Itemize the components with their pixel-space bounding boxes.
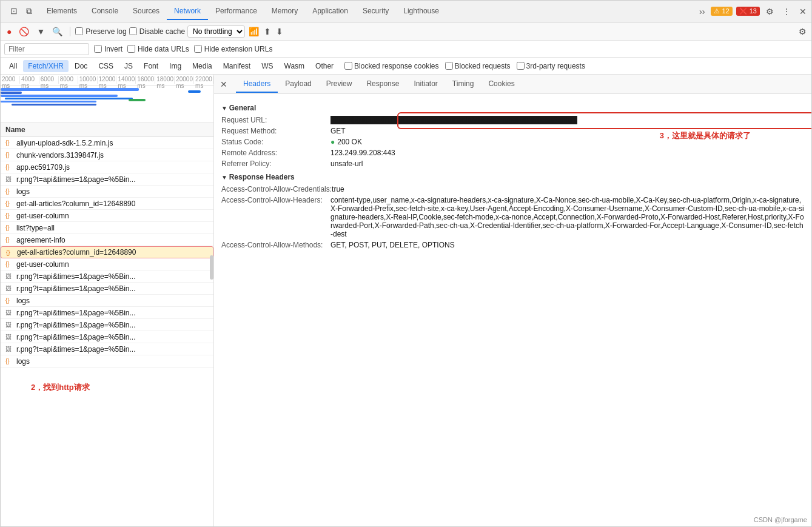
list-item[interactable]: 🖼r.png?t=api&times=1&page=%5Bin... bbox=[1, 270, 213, 283]
throttle-select[interactable]: No throttling bbox=[187, 25, 245, 38]
tab-elements[interactable]: Elements bbox=[39, 3, 84, 20]
blocked-cookies-check[interactable]: Blocked response cookies bbox=[344, 62, 438, 70]
tab-console[interactable]: Console bbox=[84, 3, 126, 20]
res-tab-manifest[interactable]: Manifest bbox=[218, 60, 255, 72]
hide-data-urls-checkbox[interactable]: Hide data URLs bbox=[127, 45, 189, 53]
tab-payload[interactable]: Payload bbox=[278, 76, 318, 93]
name-list[interactable]: {}aliyun-upload-sdk-1.5.2.min.js{}chunk-… bbox=[1, 137, 213, 526]
list-item[interactable]: {}app.ec591709.js bbox=[1, 161, 213, 173]
res-tab-js[interactable]: JS bbox=[119, 60, 138, 72]
acac-row: Access-Control-Allow-Credentials: true bbox=[221, 185, 804, 193]
search-button[interactable]: 🔍 bbox=[50, 25, 65, 38]
list-item[interactable]: 🖼r.png?t=api&times=1&page=%5Bin... bbox=[1, 319, 213, 331]
referrer-policy-key: Referrer Policy: bbox=[221, 159, 331, 168]
list-item[interactable]: {}logs bbox=[1, 355, 213, 368]
hide-ext-urls-input[interactable] bbox=[194, 45, 202, 53]
scrollbar[interactable] bbox=[210, 255, 213, 280]
list-item[interactable]: {}get-user-column bbox=[1, 258, 213, 270]
list-item[interactable]: {}chunk-vendors.3139847f.js bbox=[1, 149, 213, 161]
res-tab-css[interactable]: CSS bbox=[93, 60, 118, 72]
list-item[interactable]: {}get-all-articles?column_id=12648890 bbox=[1, 246, 213, 258]
tab-application[interactable]: Application bbox=[305, 3, 355, 20]
wifi-icon[interactable]: 📶 bbox=[247, 25, 260, 38]
filter-toggle-button[interactable]: ▼ bbox=[34, 25, 47, 38]
list-item-name: logs bbox=[16, 187, 209, 196]
tab-cookies[interactable]: Cookies bbox=[481, 76, 522, 93]
record-button[interactable]: ● bbox=[4, 25, 14, 38]
preserve-log-checkbox[interactable]: Preserve log bbox=[75, 27, 126, 36]
remote-address-key: Remote Address: bbox=[221, 149, 331, 157]
list-item[interactable]: 🖼r.png?t=api&times=1&page=%5Bin... bbox=[1, 283, 213, 295]
response-headers-section-title[interactable]: Response Headers bbox=[221, 173, 804, 181]
res-tab-media[interactable]: Media bbox=[187, 60, 217, 72]
third-party-check[interactable]: 3rd-party requests bbox=[517, 62, 585, 70]
list-item-name: list?type=all bbox=[16, 224, 209, 232]
tbar-blue-6 bbox=[12, 104, 96, 106]
referrer-policy-row: Referrer Policy: unsafe-url bbox=[221, 159, 804, 168]
tab-sources[interactable]: Sources bbox=[126, 3, 167, 20]
tick-10000: 10000 ms bbox=[78, 76, 98, 84]
res-tab-fetch-xhr[interactable]: Fetch/XHR bbox=[23, 60, 69, 72]
res-tab-wasm[interactable]: Wasm bbox=[280, 60, 310, 72]
more-icon[interactable]: ⋮ bbox=[780, 4, 793, 19]
disable-cache-input[interactable] bbox=[129, 27, 137, 35]
hide-data-urls-label: Hide data URLs bbox=[138, 45, 189, 53]
settings-gear-icon[interactable]: ⚙ bbox=[797, 25, 808, 38]
device-icon[interactable]: ⧉ bbox=[24, 4, 35, 19]
inspect-icon[interactable]: ⊡ bbox=[8, 4, 20, 19]
general-section-title[interactable]: General bbox=[221, 104, 804, 112]
invert-input[interactable] bbox=[94, 45, 102, 53]
list-item[interactable]: {}get-all-articles?column_id=12648890 bbox=[1, 198, 213, 210]
detail-close-button[interactable]: ✕ bbox=[219, 78, 229, 90]
list-item[interactable]: {}aliyun-upload-sdk-1.5.2.min.js bbox=[1, 137, 213, 149]
list-item-name: get-all-articles?column_id=12648890 bbox=[17, 248, 208, 257]
tab-preview[interactable]: Preview bbox=[319, 76, 360, 93]
preserve-log-input[interactable] bbox=[75, 27, 83, 35]
tab-performance[interactable]: Performance bbox=[208, 3, 264, 20]
tab-timing[interactable]: Timing bbox=[445, 76, 481, 93]
disable-cache-checkbox[interactable]: Disable cache bbox=[129, 27, 185, 36]
disable-cache-label: Disable cache bbox=[139, 27, 185, 36]
tab-memory[interactable]: Memory bbox=[264, 3, 305, 20]
list-item[interactable]: 🖼r.png?t=api&times=1&page=%5Bin... bbox=[1, 343, 213, 355]
tab-security[interactable]: Security bbox=[355, 3, 396, 20]
res-tab-doc[interactable]: Doc bbox=[70, 60, 92, 72]
list-item[interactable]: 🖼r.png?t=api&times=1&page=%5Bin... bbox=[1, 173, 213, 186]
xhr-icon: {} bbox=[5, 152, 14, 158]
tab-initiator[interactable]: Initiator bbox=[406, 76, 445, 93]
list-item[interactable]: {}get-user-column bbox=[1, 210, 213, 222]
res-tab-other[interactable]: Other bbox=[310, 60, 338, 72]
chevron-right-icon[interactable]: ›› bbox=[697, 4, 707, 19]
list-item[interactable]: {}logs bbox=[1, 186, 213, 198]
blocked-requests-check[interactable]: Blocked requests bbox=[445, 62, 511, 70]
tbar-blue-5 bbox=[1, 101, 96, 102]
list-item[interactable]: {}agreement-info bbox=[1, 234, 213, 246]
tab-lighthouse[interactable]: Lighthouse bbox=[396, 3, 446, 20]
res-tab-img[interactable]: Img bbox=[164, 60, 186, 72]
close-icon[interactable]: ✕ bbox=[797, 4, 809, 19]
invert-checkbox[interactable]: Invert bbox=[94, 45, 122, 53]
hide-ext-urls-checkbox[interactable]: Hide extension URLs bbox=[194, 45, 273, 53]
search-input[interactable] bbox=[4, 43, 89, 55]
main-area: 2000 ms 4000 ms 6000 ms 8000 ms 10000 ms… bbox=[1, 75, 811, 526]
tab-network[interactable]: Network bbox=[167, 3, 208, 20]
settings-icon[interactable]: ⚙ bbox=[763, 4, 776, 19]
tick-8000: 8000 ms bbox=[59, 76, 78, 84]
list-item[interactable]: {}list?type=all bbox=[1, 222, 213, 234]
tab-response[interactable]: Response bbox=[359, 76, 406, 93]
left-panel: 2000 ms 4000 ms 6000 ms 8000 ms 10000 ms… bbox=[1, 75, 214, 526]
res-tab-ws[interactable]: WS bbox=[257, 60, 278, 72]
tick-12000: 12000 ms bbox=[98, 76, 117, 84]
tab-headers[interactable]: Headers bbox=[236, 76, 278, 93]
clear-button[interactable]: 🚫 bbox=[16, 25, 32, 38]
upload-icon[interactable]: ⬆ bbox=[263, 25, 272, 38]
list-item[interactable]: 🖼r.png?t=api&times=1&page=%5Bin... bbox=[1, 307, 213, 319]
res-tab-font[interactable]: Font bbox=[139, 60, 163, 72]
hide-data-urls-input[interactable] bbox=[127, 45, 135, 53]
list-item[interactable]: 🖼r.png?t=api&times=1&page=%5Bin... bbox=[1, 331, 213, 343]
download-icon[interactable]: ⬇ bbox=[275, 25, 284, 38]
res-tab-all[interactable]: All bbox=[4, 60, 22, 72]
list-item[interactable]: {}logs bbox=[1, 295, 213, 307]
tab-bar-right: ›› ⚠ 12 ❌ 13 ⚙ ⋮ ✕ bbox=[697, 4, 809, 19]
list-item-name: r.png?t=api&times=1&page=%5Bin... bbox=[16, 272, 209, 281]
